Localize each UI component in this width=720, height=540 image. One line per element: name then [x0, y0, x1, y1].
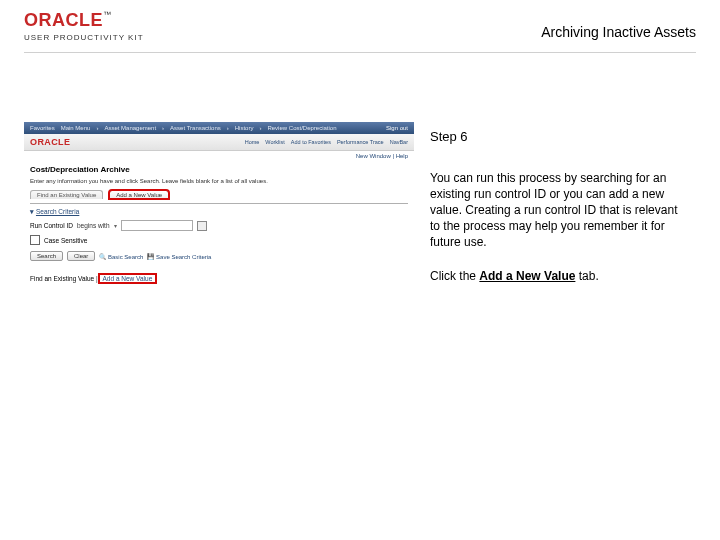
breadcrumb-item[interactable]: Favorites: [30, 125, 55, 131]
run-control-label: Run Control ID: [30, 222, 73, 229]
run-control-row: Run Control ID begins with ▾: [30, 220, 408, 231]
subnav-trace[interactable]: Performance Trace: [337, 139, 384, 145]
clear-button[interactable]: Clear: [67, 251, 95, 261]
breadcrumb-item[interactable]: Main Menu: [61, 125, 91, 131]
search-button[interactable]: Search: [30, 251, 63, 261]
instruction-pane: Step 6 You can run this process by searc…: [430, 128, 690, 285]
chevron-down-icon[interactable]: ▾: [114, 222, 117, 229]
instruction-action: Click the Add a New Value tab.: [430, 268, 690, 284]
logo-tm: ™: [103, 10, 111, 19]
breadcrumb-item[interactable]: History: [235, 125, 254, 131]
breadcrumb-item[interactable]: Asset Transactions: [170, 125, 221, 131]
bottom-link-row: Find an Existing Value | Add a New Value: [30, 275, 408, 282]
run-control-operator[interactable]: begins with: [77, 222, 110, 229]
search-criteria-header[interactable]: ▾ Search Criteria: [30, 208, 408, 216]
subnav-favorites[interactable]: Add to Favorites: [291, 139, 331, 145]
save-search-link[interactable]: 💾 Save Search Criteria: [147, 253, 211, 260]
embedded-page-title: Cost/Depreciation Archive: [30, 165, 408, 174]
instruction-action-prefix: Click the: [430, 269, 479, 283]
button-row: Search Clear 🔍 Basic Search 💾 Save Searc…: [30, 251, 408, 261]
app-subnav: Home Worklist Add to Favorites Performan…: [245, 139, 414, 145]
logo-brand: ORACLE: [24, 10, 103, 30]
breadcrumb-item[interactable]: Review Cost/Depreciation: [267, 125, 336, 131]
page-title: Archiving Inactive Assets: [541, 24, 696, 40]
instruction-action-suffix: tab.: [575, 269, 598, 283]
basic-search-link[interactable]: 🔍 Basic Search: [99, 253, 143, 260]
breadcrumb-item[interactable]: Asset Management: [104, 125, 156, 131]
step-label: Step 6: [430, 128, 690, 146]
logo-subtitle: USER PRODUCTIVITY KIT: [24, 33, 144, 42]
breadcrumb-sep: ›: [227, 125, 229, 131]
breadcrumb-sep: ›: [162, 125, 164, 131]
instruction-action-target: Add a New Value: [479, 269, 575, 283]
tab-add-new-value[interactable]: Add a New Value: [109, 190, 169, 199]
breadcrumb-bar: Favorites Main Menu › Asset Management ›…: [24, 122, 414, 134]
case-sensitive-label: Case Sensitive: [44, 237, 87, 244]
app-brand: ORACLE: [30, 137, 70, 147]
instruction-body: You can run this process by searching fo…: [430, 170, 690, 251]
breadcrumb-sep: ›: [259, 125, 261, 131]
lookup-icon[interactable]: [197, 221, 207, 231]
bottom-find-label[interactable]: Find an Existing Value: [30, 275, 94, 282]
bottom-add-new-value-link[interactable]: Add a New Value: [100, 275, 156, 282]
search-criteria-label: Search Criteria: [36, 208, 79, 215]
case-sensitive-row: Case Sensitive: [30, 235, 408, 245]
subnav-worklist[interactable]: Worklist: [265, 139, 284, 145]
search-icon: 🔍: [99, 254, 106, 260]
save-icon: 💾: [147, 254, 154, 260]
embedded-page-desc: Enter any information you have and click…: [30, 178, 408, 184]
header-divider: [24, 52, 696, 53]
app-header-bar: ORACLE Home Worklist Add to Favorites Pe…: [24, 134, 414, 151]
tab-row: Find an Existing Value Add a New Value: [30, 190, 408, 199]
embedded-app-screenshot: Favorites Main Menu › Asset Management ›…: [24, 122, 414, 317]
case-sensitive-checkbox[interactable]: [30, 235, 40, 245]
new-window-link[interactable]: New Window | Help: [24, 151, 414, 159]
breadcrumb-sep: ›: [96, 125, 98, 131]
oracle-logo: ORACLE™ USER PRODUCTIVITY KIT: [24, 10, 144, 42]
subnav-navbar[interactable]: NavBar: [390, 139, 408, 145]
subnav-home[interactable]: Home: [245, 139, 260, 145]
collapse-arrow-icon: ▾: [30, 208, 34, 215]
run-control-input[interactable]: [121, 220, 193, 231]
signout-link[interactable]: Sign out: [386, 125, 408, 131]
tab-find-existing[interactable]: Find an Existing Value: [30, 190, 103, 199]
tab-divider: [30, 203, 408, 204]
